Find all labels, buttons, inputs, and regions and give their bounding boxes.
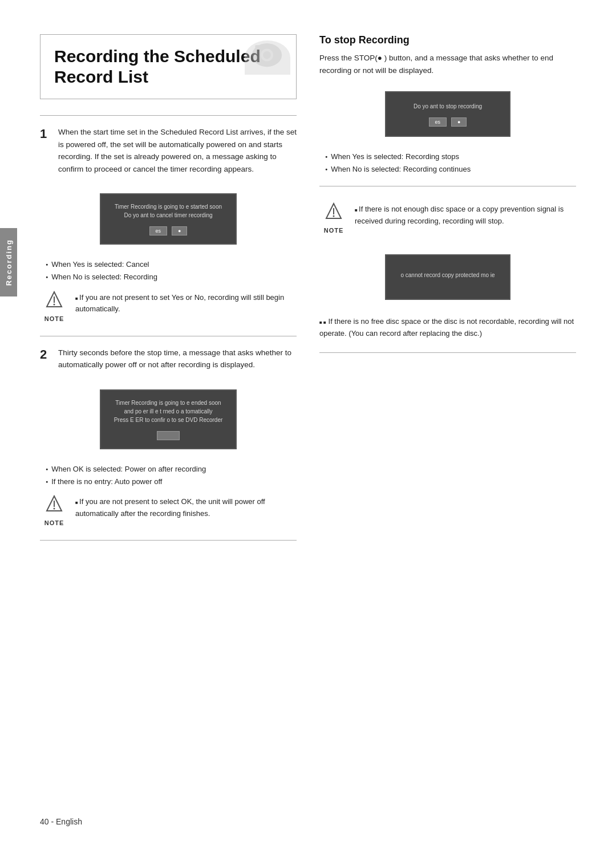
step-1-bullets: When Yes is selected: Cancel When No is … [46, 258, 297, 283]
note-symbol-icon-2 [44, 495, 64, 514]
step-1-btn-yes: es [149, 226, 168, 235]
stop-bullet-2: When No is selected: Recording continues [325, 163, 576, 176]
note-icon-2 [44, 495, 64, 518]
divider-end [40, 540, 297, 541]
svg-point-12 [333, 216, 335, 217]
right-divider-2 [319, 352, 576, 353]
step-1-note: NOTE If you are not present to set Yes o… [40, 291, 297, 326]
note-symbol-icon-r1 [324, 202, 343, 222]
step-2-text: Thirty seconds before the stop time, a m… [58, 347, 297, 371]
copy-protect-screen: o cannot record copy protected mo ie [385, 254, 510, 300]
right-note-1: NOTE If there is not enough disc space o… [319, 197, 576, 239]
right-note-1-text: If there is not enough disc space or a c… [355, 202, 576, 228]
step-2-screen-text: Timer Recording is going to e ended soon… [114, 399, 223, 424]
svg-point-1 [261, 49, 273, 62]
right-note-2-text: ■ If there is no free disc space or the … [319, 315, 576, 340]
note-icon-1 [44, 291, 64, 314]
step-1-bullet-1: When Yes is selected: Cancel [46, 258, 297, 271]
stop-btn-no: ● [451, 117, 467, 127]
right-intro: Press the STOP(● ) button, and a message… [319, 52, 576, 76]
step-1-note-label: NOTE [44, 315, 64, 322]
step-1-screen: Timer Recording is going to e started so… [100, 193, 237, 245]
step-1-screen-buttons: es ● [149, 226, 188, 235]
step-1: 1 When the start time set in the Schedul… [40, 126, 297, 175]
right-note-icon-1 [323, 202, 344, 226]
step-1-note-icon-col: NOTE [40, 291, 68, 322]
right-heading: To stop Recording [319, 34, 576, 46]
right-divider-1 [319, 186, 576, 186]
step-2-screen-buttons [157, 431, 180, 440]
stop-recording-buttons: es ● [429, 117, 467, 127]
step-1-screen-text: Timer Recording is going to e started so… [115, 202, 222, 220]
step-1-number: 1 [40, 126, 51, 175]
camera-icon [247, 39, 287, 71]
step-2-note: NOTE If you are not present to select OK… [40, 495, 297, 530]
step-2: 2 Thirty seconds before the stop time, a… [40, 347, 297, 371]
svg-point-6 [54, 303, 55, 305]
step-2-btn [157, 431, 180, 440]
svg-rect-3 [255, 45, 262, 48]
right-note-1-icon-col: NOTE [319, 202, 348, 234]
stop-bullets: When Yes is selected: Recording stops Wh… [325, 151, 576, 176]
svg-point-2 [263, 51, 271, 59]
step-2-number: 2 [40, 347, 51, 371]
right-note-1-label: NOTE [324, 227, 344, 234]
step-1-bullet-2: When No is selected: Recording [46, 271, 297, 283]
right-column: To stop Recording Press the STOP(● ) but… [319, 34, 576, 551]
step-1-btn-no: ● [172, 226, 187, 235]
copy-protect-screen-text: o cannot record copy protected mo ie [400, 271, 495, 279]
title-box: Recording the Scheduled Record List [40, 34, 297, 99]
page-footer: 40 - English [40, 817, 82, 826]
note-symbol-icon [44, 291, 64, 310]
step-2-bullet-1: When OK is selected: Power on after reco… [46, 463, 297, 476]
step-2-bullet-2: If there is no entry: Auto power off [46, 476, 297, 488]
stop-recording-screen-text: Do yo ant to stop recording [414, 102, 482, 111]
divider-between-steps [40, 336, 297, 336]
divider-after-title [40, 115, 297, 116]
step-2-screen: Timer Recording is going to e ended soon… [100, 389, 237, 449]
left-column: Recording the Scheduled Record List 1 Wh… [40, 34, 297, 551]
svg-point-0 [252, 43, 282, 67]
stop-btn-yes: es [429, 117, 447, 127]
svg-point-9 [54, 507, 55, 509]
title-line1: Recording the Scheduled Record List [54, 46, 282, 87]
stop-bullet-1: When Yes is selected: Recording stops [325, 151, 576, 163]
step-2-bullets: When OK is selected: Power on after reco… [46, 463, 297, 488]
step-2-note-text: If you are not present to select OK, the… [75, 495, 297, 520]
step-1-text: When the start time set in the Scheduled… [58, 126, 297, 175]
step-2-note-label: NOTE [44, 519, 64, 526]
stop-recording-screen: Do yo ant to stop recording es ● [385, 91, 510, 137]
step-1-note-text: If you are not present to set Yes or No,… [75, 291, 297, 316]
step-2-note-icon-col: NOTE [40, 495, 68, 526]
